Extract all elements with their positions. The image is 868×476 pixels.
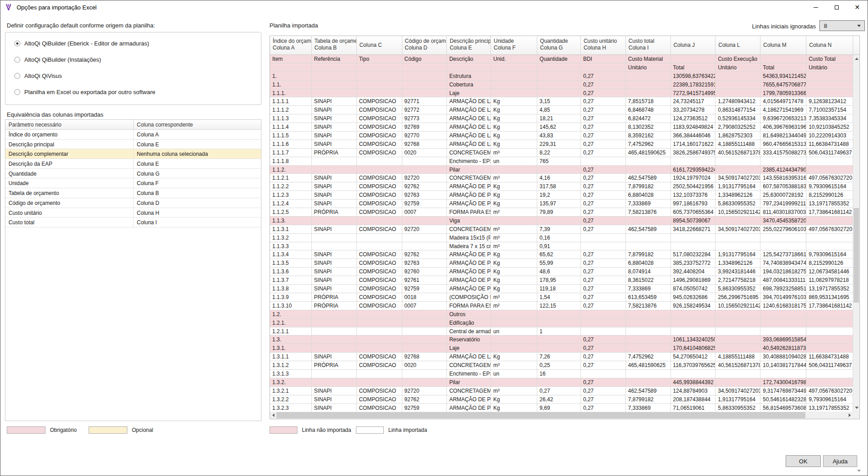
grid-cell: 17,738641681142 bbox=[806, 208, 853, 216]
grid-cell: 0,27 bbox=[581, 259, 626, 267]
grid-row: 1.1.1.Laje0,277272,94157149951799,780591… bbox=[270, 89, 853, 98]
grid-cell bbox=[715, 319, 760, 327]
resize-grip-icon[interactable] bbox=[857, 470, 861, 472]
grid-row: 1.3.2.Pilar0,27445,9938844392172,7430041… bbox=[270, 378, 853, 387]
grid-cell: 50,546161482328 bbox=[760, 395, 806, 403]
radio-option-label: AltoQi QiVisus bbox=[24, 73, 62, 79]
grid-cell: 92768 bbox=[402, 140, 447, 148]
radio-option-label: AltoQi QiBuilder (Eberick - Editor de ar… bbox=[24, 40, 149, 47]
grid-cell: 208,187438844 bbox=[671, 395, 716, 403]
minimize-icon bbox=[814, 7, 818, 8]
grid-cell: SINAPI bbox=[312, 353, 357, 361]
radio-option-0[interactable]: AltoQi QiBuilder (Eberick - Editor de ar… bbox=[14, 39, 149, 48]
grid-cell bbox=[806, 242, 853, 250]
mapped-column-cell[interactable]: Coluna F bbox=[134, 178, 159, 188]
scroll-down-icon[interactable] bbox=[855, 407, 859, 409]
equivalence-row[interactable]: Código de orçamentoColuna D bbox=[5, 198, 261, 208]
mapped-column-cell[interactable]: Coluna E bbox=[134, 159, 159, 168]
horizontal-scrollbar-thumb[interactable] bbox=[276, 412, 805, 418]
maximize-button[interactable] bbox=[826, 0, 847, 14]
grid-cell bbox=[491, 378, 537, 386]
grid-cell bbox=[671, 242, 716, 250]
ok-button[interactable]: OK bbox=[786, 455, 821, 467]
grid-cell: 13,19717855352 bbox=[806, 285, 853, 293]
equivalence-row[interactable]: Descrição complementarNenhuma coluna sel… bbox=[5, 149, 261, 159]
grid-cell: 1,91317795164 bbox=[715, 395, 760, 403]
ignored-lines-select[interactable]: 8 bbox=[819, 20, 865, 31]
radio-icon[interactable] bbox=[14, 57, 20, 63]
origin-config-label: Definir configuração default conforme or… bbox=[7, 22, 155, 29]
grid-cell: SINAPI bbox=[312, 225, 357, 233]
vertical-scrollbar[interactable] bbox=[853, 55, 859, 412]
grid-cell: 8,2152990126 bbox=[806, 259, 853, 267]
grid-cell: SINAPI bbox=[312, 191, 357, 199]
close-button[interactable]: ✕ bbox=[847, 0, 868, 14]
grid-cell: 0,27 bbox=[581, 293, 626, 301]
grid-cell bbox=[715, 378, 760, 386]
equivalence-row[interactable]: QuantidadeColuna G bbox=[5, 169, 261, 179]
grid-cell bbox=[715, 157, 760, 165]
grid-cell bbox=[760, 310, 806, 318]
grid-cell: 122,15 bbox=[537, 302, 581, 310]
radio-option-2[interactable]: AltoQi QiVisus bbox=[14, 71, 62, 80]
mapped-column-cell[interactable]: Nenhuma coluna selecionada bbox=[134, 149, 208, 159]
mapped-column-cell[interactable]: Coluna D bbox=[134, 198, 159, 208]
mapped-column-cell[interactable]: Coluna G bbox=[134, 169, 160, 178]
equivalence-row[interactable]: Tabela de orçamentoColuna B bbox=[5, 188, 261, 198]
grid-cell: 0,27 bbox=[581, 387, 626, 395]
mapped-column-cell[interactable]: Coluna I bbox=[134, 218, 157, 227]
grid-cell: 0,27 bbox=[581, 174, 626, 182]
radio-icon[interactable] bbox=[14, 73, 20, 79]
grid-cell: 24,73245117 bbox=[671, 97, 716, 105]
mapped-column-cell[interactable]: Coluna A bbox=[134, 130, 159, 139]
grid-cell bbox=[312, 242, 357, 250]
grid-cell: SINAPI bbox=[312, 140, 357, 148]
radio-icon[interactable] bbox=[14, 89, 20, 95]
grid-cell: 116,37039765625 bbox=[671, 361, 716, 369]
grid-cell: COMPOSICAO bbox=[357, 276, 402, 284]
grid-cell: 605,7370655364 bbox=[671, 208, 716, 216]
grid-cell bbox=[671, 319, 716, 327]
grid-cell: Custo Execução bbox=[715, 55, 760, 63]
radio-option-3[interactable]: Planilha em Excel ou exportada por outro… bbox=[14, 87, 155, 96]
grid-cell: COMPOSICAO bbox=[357, 208, 402, 216]
scroll-left-icon[interactable] bbox=[272, 413, 274, 417]
grid-cell: 487,00841333111 bbox=[760, 276, 806, 284]
equivalence-row[interactable]: Custo unitárioColuna H bbox=[5, 208, 261, 218]
grid-cell: SINAPI bbox=[312, 123, 357, 131]
equivalence-row[interactable]: Índice do orçamentoColuna A bbox=[5, 130, 261, 140]
mapped-column-cell[interactable]: Coluna H bbox=[134, 208, 159, 218]
minimize-button[interactable] bbox=[805, 0, 826, 14]
grid-cell: 54363,934121452 bbox=[760, 72, 806, 80]
radio-icon[interactable] bbox=[14, 41, 20, 46]
help-button[interactable]: Ajuda bbox=[823, 455, 857, 467]
grid-row: 1.1.3.5SINAPICOMPOSICAO92763ARMAÇÃO DE P… bbox=[270, 259, 853, 267]
equivalence-row[interactable]: Descrição principalColuna E bbox=[5, 140, 261, 150]
mapped-column-cell[interactable]: Coluna E bbox=[134, 140, 159, 149]
grid-cell: 19,2 bbox=[537, 191, 581, 199]
mapped-column-cell[interactable]: Coluna B bbox=[134, 188, 159, 198]
scroll-up-icon[interactable] bbox=[855, 58, 859, 60]
grid-cell: Laje bbox=[447, 344, 491, 352]
grid-cell: 1.3.1. bbox=[270, 344, 312, 352]
grid-cell: 132,10373376 bbox=[671, 191, 716, 199]
vertical-scrollbar-thumb[interactable] bbox=[854, 208, 859, 303]
grid-cell bbox=[715, 335, 760, 344]
radio-option-label: Planilha em Excel ou exportada por outro… bbox=[24, 89, 155, 95]
title-bar[interactable]: Opções para importação Excel ✕ bbox=[0, 0, 868, 14]
grid-cell: ARMAÇÃO DE PIL bbox=[447, 259, 491, 267]
grid-cell: COMPOSICAO bbox=[357, 250, 402, 258]
equivalence-row[interactable]: Custo totalColuna I bbox=[5, 218, 261, 227]
equivalence-row[interactable]: UnidadeColuna F bbox=[5, 178, 261, 188]
grid-row: 1.1.1.2SINAPICOMPOSICAO92772ARMAÇÃO DE L… bbox=[270, 106, 853, 114]
horizontal-scrollbar[interactable] bbox=[270, 412, 853, 419]
grid-cell: SINAPI bbox=[312, 199, 357, 208]
equivalence-row[interactable]: Descrição da EAPColuna E bbox=[5, 159, 261, 169]
grid-cell bbox=[402, 378, 447, 386]
scroll-right-icon[interactable] bbox=[849, 413, 851, 417]
grid-cell: 178,95 bbox=[537, 276, 581, 284]
grid-cell bbox=[312, 157, 357, 165]
radio-option-1[interactable]: AltoQi QiBuilder (Instalações) bbox=[14, 55, 101, 64]
legend-swatch bbox=[89, 426, 127, 434]
origin-radio-group: AltoQi QiBuilder (Eberick - Editor de ar… bbox=[5, 32, 261, 105]
